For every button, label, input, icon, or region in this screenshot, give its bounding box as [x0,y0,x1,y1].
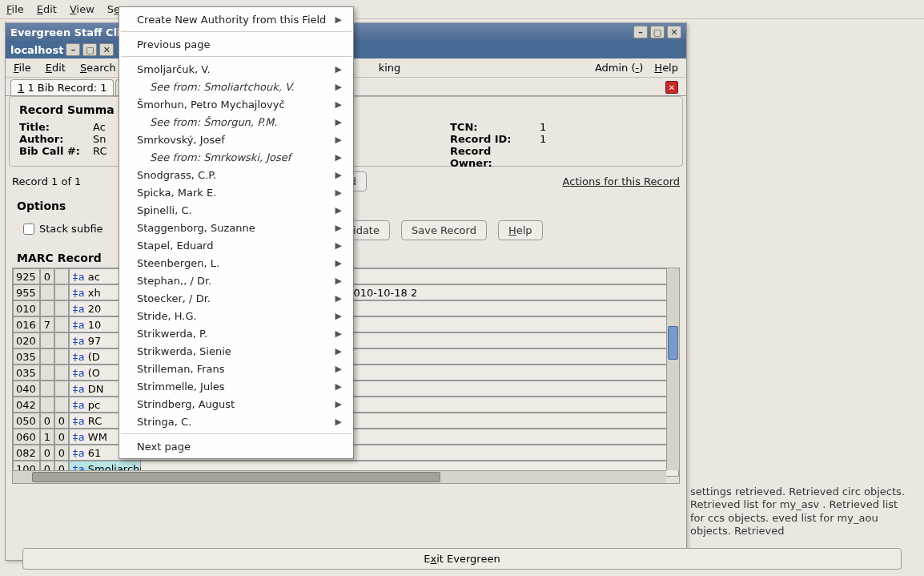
authority-item[interactable]: Strikwerda, Sienie▶ [119,342,353,360]
bibcall-label: Bib Call #: [19,145,83,157]
stack-subfields-checkbox[interactable] [23,224,34,235]
authority-item[interactable]: Spinelli, C.▶ [119,201,353,219]
minimize-icon[interactable]: – [633,26,648,38]
authority-item[interactable]: Stride, H.G.▶ [119,307,353,324]
authority-item[interactable]: Smoljarčuk, V.▶ [119,60,353,78]
inner-maximize-icon[interactable]: ▢ [82,43,97,56]
vertical-scrollbar[interactable] [666,268,679,470]
inner-menu-cataloging[interactable]: king [379,62,401,74]
owner-label: Record Owner: [450,145,530,169]
inner-menu-search[interactable]: Search [80,62,116,74]
authority-item[interactable]: Strikwerda, P.▶ [119,324,353,342]
record-position: Record 1 of 1 [12,175,81,187]
authority-item[interactable]: Spicka, Mark E.▶ [119,183,353,201]
chevron-right-icon: ▶ [335,14,342,25]
authority-item[interactable]: Snodgrass, C.P.▶ [119,166,353,183]
author-value: Sn [93,133,106,145]
inner-menu-edit[interactable]: Edit [46,62,66,74]
authority-item[interactable]: Strilleman, Frans▶ [119,360,353,377]
menu-edit[interactable]: Edit [37,3,57,15]
title-value: Ac [93,121,106,133]
inner-menu-admin[interactable]: Admin (-) [595,62,643,74]
save-record-button[interactable]: Save Record [401,220,487,240]
help-button[interactable]: Help [498,220,543,240]
authority-item[interactable]: Stephan,, / Dr.▶ [119,272,353,289]
authority-see-from[interactable]: See from: Smrkowski, Josef▶ [119,148,353,166]
menu-previous-page[interactable]: Previous page [119,35,353,53]
tcn-value: 1 [540,121,546,133]
tab-close-icon[interactable]: ✕ [665,81,678,94]
actions-link[interactable]: Actions for this Record [563,175,680,187]
status-text: settings retrieved. Retrieved circ objec… [690,485,914,538]
inner-close-icon[interactable]: ✕ [99,43,114,56]
menu-next-page[interactable]: Next page [119,437,353,455]
title-label: Title: [19,121,83,133]
authority-item[interactable]: Stapel, Eduard▶ [119,236,353,254]
authority-item[interactable]: Strindberg, August▶ [119,395,353,413]
authority-context-menu: Create New Authority from this Field▶ Pr… [119,6,354,459]
menu-file[interactable]: File [6,3,24,15]
stack-label: Stack subfie [39,223,103,235]
authority-item[interactable]: Stringa, C.▶ [119,413,353,430]
authority-item[interactable]: Strimmelle, Jules▶ [119,377,353,395]
tab-bib-record[interactable]: 1 1 Bib Record: 1 [10,79,114,95]
recordid-label: Record ID: [450,133,530,145]
authority-item[interactable]: Šmorhun, Petro Mychajlovyč▶ [119,95,353,113]
menu-create-authority[interactable]: Create New Authority from this Field▶ [119,10,353,28]
inner-minimize-icon[interactable]: – [66,43,80,56]
maximize-icon[interactable]: ▢ [650,26,665,38]
bibcall-value: RC [93,145,106,157]
exit-button[interactable]: Exit Evergreen [22,548,902,570]
inner-menu-help[interactable]: Help [654,62,678,74]
authority-see-from[interactable]: See from: Smoliartchouk, V.▶ [119,78,353,95]
recordid-value: 1 [540,133,546,145]
close-icon[interactable]: ✕ [667,26,681,38]
inner-title: localhost [10,44,63,56]
authority-item[interactable]: Staggenborg, Suzanne▶ [119,219,353,236]
authority-item[interactable]: Smrkovský, Josef▶ [119,131,353,148]
tcn-label: TCN: [450,121,530,133]
horizontal-scrollbar[interactable] [13,470,666,483]
inner-menu-file[interactable]: File [14,62,31,74]
menu-view[interactable]: View [70,3,94,15]
authority-see-from[interactable]: See from: Šmorgun, P.M.▶ [119,113,353,131]
author-label: Author: [19,133,83,145]
authority-item[interactable]: Steenbergen, L.▶ [119,254,353,272]
authority-item[interactable]: Stoecker, / Dr.▶ [119,289,353,307]
